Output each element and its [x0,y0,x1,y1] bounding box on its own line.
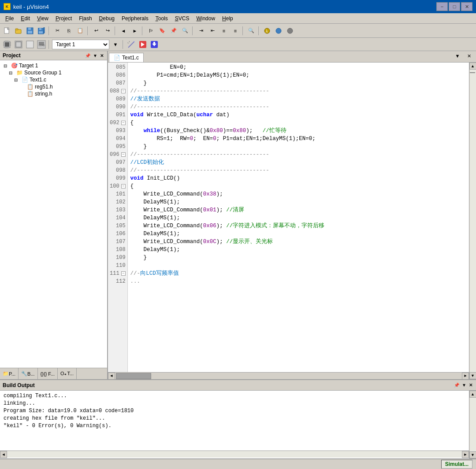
toolbar-sep-9 [123,40,124,49]
cpu-icon[interactable] [2,39,12,50]
chip4-icon[interactable]: LOAD [36,39,47,50]
panel-close-btn[interactable]: ✕ [99,53,104,58]
bookmark4-button[interactable]: 🔍 [180,26,190,36]
bookmark3-button[interactable]: 📌 [168,26,179,36]
h-scroll-left[interactable]: ◄ [108,373,115,380]
open-file-button[interactable] [13,26,24,36]
redo-button[interactable]: ↪ [102,26,113,36]
cut-button[interactable]: ✂ [52,26,63,36]
target-options-btn[interactable]: ▼ [110,39,121,50]
indent2-button[interactable]: ⇤ [207,26,218,36]
panel-tab-funcs[interactable]: {} {} F... [38,368,58,379]
build-line-1: compiling Text1.c... [4,392,465,400]
build-scroll-left[interactable]: ◄ [0,451,7,458]
menu-peripherals[interactable]: Peripherals [118,15,152,22]
menu-svcs[interactable]: SVCS [171,15,193,22]
tree-item-text1c[interactable]: ⊟ 📄 Text1.c [0,76,107,83]
build-title-controls: 📌 ▼ ✕ [453,383,473,388]
build-h-track[interactable] [7,451,462,458]
bookmark1-button[interactable]: 🏳 [145,26,156,36]
extra1-button[interactable]: λ [262,26,272,36]
magic-wand-btn[interactable] [126,39,137,50]
extra3-button[interactable] [285,26,295,36]
ln-106: 106 [110,230,126,238]
panel-tab-build-icon: 🔧 [21,371,27,377]
fold-092[interactable]: − [121,121,126,125]
ln-088: 088− [110,87,126,95]
menu-window[interactable]: Window [193,15,219,22]
tree-item-stringh[interactable]: 📋 string.h [0,90,107,97]
tree-item-target1[interactable]: ⊟ 🎯 Target 1 [0,62,107,69]
nav-back-button[interactable]: ◄ [118,26,129,36]
h-scroll-thumb[interactable] [116,373,151,379]
indent4-button[interactable]: ≡ [230,26,241,36]
fold-100[interactable]: − [121,184,126,188]
build-pin-btn[interactable]: 📌 [453,383,460,388]
code-line-104: DelayMS(1); [130,214,466,222]
chip3-icon[interactable] [25,39,35,50]
build-scroll-right[interactable]: ► [462,451,469,458]
chip2-icon[interactable] [13,39,24,50]
target-select[interactable]: Target 1Target 1 [52,40,109,49]
editor-tab-close[interactable]: ✕ [464,51,474,61]
panel-tab-build[interactable]: 🔧 B... [19,368,38,379]
search-button[interactable]: 🔍 [246,26,257,36]
fold-111[interactable]: − [121,271,126,276]
save-button[interactable] [25,26,35,36]
target1-label: Target 1 [19,63,38,69]
menu-view[interactable]: View [33,15,52,22]
menu-file[interactable]: File [2,15,17,22]
new-file-button[interactable] [2,26,12,36]
build-v-track[interactable] [470,398,476,451]
fold-088[interactable]: − [121,89,126,93]
extra2-button[interactable] [273,26,284,36]
code-area[interactable]: 085 086 087 088− 089 090 091 092− 093 09… [108,63,469,379]
v-scroll-track[interactable] [470,70,476,372]
build-v-up[interactable]: ▲ [469,391,476,398]
menu-tools[interactable]: Tools [152,15,171,22]
panel-tab-templates[interactable]: O₄ T... [58,368,77,379]
maximize-button[interactable]: □ [449,2,460,11]
build-dropdown-btn[interactable]: ▼ [461,383,467,388]
build-close-btn[interactable]: ✕ [468,383,473,388]
h-scroll-right[interactable]: ► [462,373,469,380]
v-scroll-thumb[interactable] [470,72,475,73]
paste-button[interactable]: 📋 [75,26,86,36]
indent1-button[interactable]: ⇥ [196,26,206,36]
editor-tab-text1c[interactable]: 📄 Text1.c [109,53,144,62]
code-line-087: } [130,79,466,87]
editor-tab-dropdown[interactable]: ▼ [452,51,463,61]
v-scroll-up[interactable]: ▲ [469,63,476,70]
panel-dropdown-btn[interactable]: ▼ [92,53,98,58]
build-v-down[interactable]: ▼ [469,451,476,458]
copy-button[interactable]: ⎘ [63,26,74,36]
fold-096[interactable]: − [121,152,126,157]
code-line-097: //LCD初始化 [130,159,466,166]
menu-debug[interactable]: Debug [96,15,118,22]
save-all-button[interactable] [36,26,47,36]
ln-100: 100− [110,182,126,190]
minimize-button[interactable]: − [436,2,448,11]
panel-tab-project[interactable]: 📁 P... [0,368,19,379]
close-button[interactable]: ✕ [461,2,472,11]
indent3-button[interactable]: ≡ [219,26,229,36]
build-btn[interactable] [138,39,148,50]
status-bar: Simulat... [0,458,476,469]
tree-item-sourcegroup1[interactable]: ⊟ 📁 Source Group 1 [0,69,107,76]
nav-forward-button[interactable]: ► [130,26,140,36]
menu-edit[interactable]: Edit [17,15,33,22]
project-panel: Project 📌 ▼ ✕ ⊟ 🎯 Target 1 ⊟ 📁 [0,51,108,379]
menu-project[interactable]: Project [52,15,75,22]
bookmark2-button[interactable]: 🔖 [157,26,167,36]
svg-line-37 [129,41,130,42]
undo-button[interactable]: ↩ [91,26,101,36]
tree-item-reg51h[interactable]: 📋 reg51.h [0,83,107,90]
menu-flash[interactable]: Flash [75,15,95,22]
code-line-098: //--------------------------------------… [130,166,466,174]
menu-help[interactable]: Help [219,15,237,22]
code-content[interactable]: EN=0; P1=cmd;EN=1;DelayMS(1);EN=0; } //-… [128,63,469,372]
target-icon: 🎯 [11,63,18,69]
panel-pin-btn[interactable]: 📌 [84,53,91,58]
download-btn[interactable] [149,39,160,50]
v-scroll-down[interactable]: ▼ [469,372,476,379]
